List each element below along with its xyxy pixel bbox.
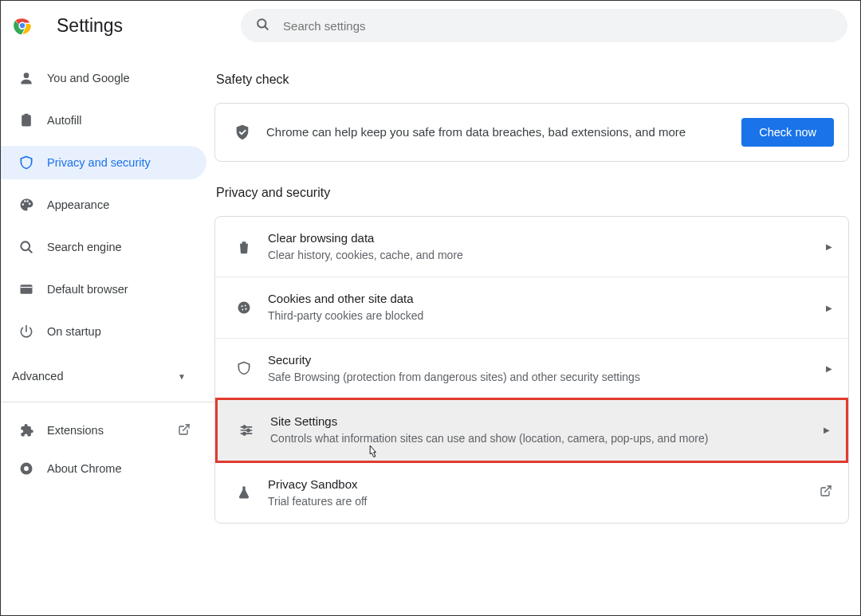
safety-check-row: Chrome can help keep you safe from data … [215,104,848,161]
svg-line-12 [183,425,189,430]
privacy-item-title: Clear browsing data [268,230,826,246]
body: You and Google Autofill Privacy and secu… [1,50,860,615]
privacy-list: Clear browsing data Clear history, cooki… [215,217,848,523]
svg-point-16 [241,305,242,307]
chrome-icon [18,461,34,477]
shield-icon [18,155,34,171]
svg-line-26 [825,486,831,492]
safety-check-heading: Safety check [216,73,849,87]
sidebar-item-you-and-google[interactable]: You and Google [1,61,206,95]
divider [1,402,214,402]
power-icon [18,324,34,339]
privacy-heading: Privacy and security [216,186,849,200]
privacy-item-desc: Controls what information sites can use … [270,430,824,447]
svg-point-14 [24,466,29,471]
person-icon [18,70,34,86]
svg-point-18 [242,309,243,311]
privacy-item-security[interactable]: Security Safe Browsing (protection from … [215,338,848,398]
page-title: Settings [57,15,123,37]
sidebar-item-label: Autofill [47,114,82,127]
open-in-new-icon [820,485,832,500]
search-icon [18,239,34,255]
sidebar-footer: Extensions About Chrome [1,414,214,490]
svg-point-25 [243,432,246,434]
sidebar-item-about[interactable]: About Chrome [1,452,214,485]
sidebar-item-label: Default browser [47,283,128,296]
svg-point-15 [238,302,250,314]
privacy-item-cookies[interactable]: Cookies and other site data Third-party … [215,277,848,337]
sidebar: You and Google Autofill Privacy and secu… [1,50,214,615]
privacy-item-desc: Clear history, cookies, cache, and more [268,246,826,264]
about-label: About Chrome [47,462,122,475]
chevron-right-icon: ▶ [824,426,830,434]
chevron-right-icon: ▶ [826,364,832,373]
svg-point-24 [247,429,250,431]
shield-check-icon [233,124,252,141]
chevron-right-icon: ▶ [826,242,832,251]
browser-icon [18,281,34,297]
open-in-new-icon [178,423,191,438]
advanced-toggle[interactable]: Advanced ▼ [1,359,214,394]
svg-point-23 [243,426,246,428]
check-now-button[interactable]: Check now [741,118,834,147]
svg-point-19 [245,308,246,310]
header: Settings [1,1,860,50]
sidebar-item-autofill[interactable]: Autofill [1,104,206,137]
privacy-item-title: Cookies and other site data [268,290,826,307]
sidebar-item-label: Appearance [47,198,109,211]
svg-line-8 [29,249,32,253]
sidebar-item-label: On startup [47,325,101,338]
search-input[interactable] [283,19,833,33]
trash-icon [234,239,254,255]
tune-icon [237,422,256,438]
privacy-item-title: Privacy Sandbox [268,476,820,492]
safety-check-card: Chrome can help keep you safe from data … [214,103,849,162]
privacy-item-desc: Safe Browsing (protection from dangerous… [268,368,826,386]
clipboard-icon [18,112,34,128]
svg-rect-6 [25,114,29,116]
sidebar-item-search-engine[interactable]: Search engine [1,230,206,264]
sidebar-item-appearance[interactable]: Appearance [1,188,206,222]
privacy-item-title: Security [268,351,826,368]
svg-line-4 [265,26,268,29]
chrome-logo-icon [12,15,33,36]
sidebar-item-label: You and Google [47,72,129,84]
privacy-card: Clear browsing data Clear history, cooki… [214,216,849,524]
sidebar-item-default-browser[interactable]: Default browser [1,273,206,306]
privacy-item-title: Site Settings [270,413,824,430]
palette-icon [18,197,34,213]
svg-point-5 [24,73,29,78]
flask-icon [234,485,254,500]
content: Safety check Chrome can help keep you sa… [214,50,860,615]
shield-icon [234,360,254,376]
search-icon [255,17,270,35]
sidebar-item-privacy[interactable]: Privacy and security [1,146,206,179]
privacy-item-desc: Trial features are off [268,492,820,510]
sidebar-item-on-startup[interactable]: On startup [1,315,206,348]
cookie-icon [234,300,254,316]
svg-point-17 [245,305,246,307]
extensions-label: Extensions [47,424,104,437]
search-settings[interactable] [241,9,847,42]
sidebar-item-label: Privacy and security [47,156,151,169]
sidebar-nav: You and Google Autofill Privacy and secu… [1,61,214,357]
privacy-item-site-settings[interactable]: Site Settings Controls what information … [218,400,846,460]
safety-check-text: Chrome can help keep you safe from data … [266,123,741,141]
sidebar-item-extensions[interactable]: Extensions [1,414,214,447]
privacy-item-clear-data[interactable]: Clear browsing data Clear history, cooki… [215,217,848,277]
highlight-box: Site Settings Controls what information … [215,398,848,462]
sidebar-item-label: Search engine [47,241,122,253]
chevron-right-icon: ▶ [826,304,832,312]
privacy-item-sandbox[interactable]: Privacy Sandbox Trial features are off [215,462,848,523]
advanced-label: Advanced [12,370,64,383]
chevron-down-icon: ▼ [178,372,186,381]
extension-icon [18,422,34,438]
privacy-item-desc: Third-party cookies are blocked [268,307,826,324]
